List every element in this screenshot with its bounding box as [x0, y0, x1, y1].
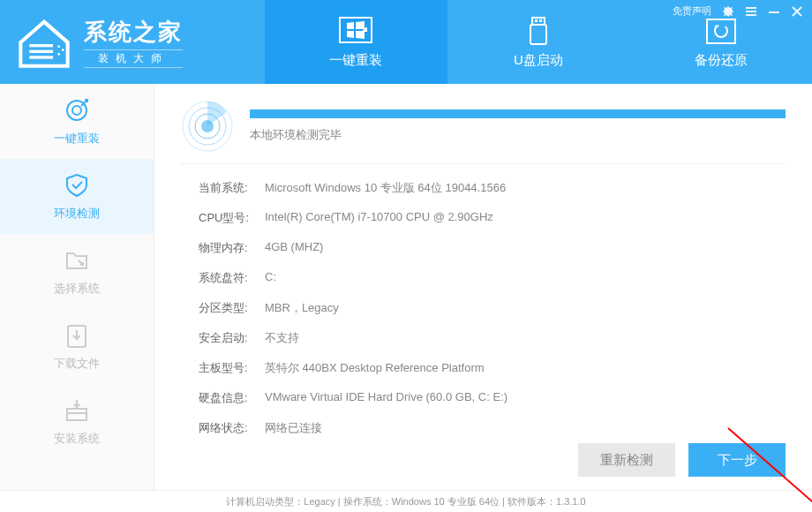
info-row-motherboard: 主板型号: 英特尔 440BX Desktop Reference Platfo…: [199, 360, 786, 376]
info-row-secureboot: 安全启动: 不支持: [199, 330, 786, 346]
svg-point-18: [72, 106, 81, 115]
window-controls: 免责声明: [673, 4, 803, 18]
windows-icon: [338, 16, 373, 47]
progress-bar: [250, 109, 786, 118]
info-value: MBR，Legacy: [265, 300, 339, 316]
sidebar-item-install[interactable]: 安装系统: [0, 384, 154, 459]
info-label: 硬盘信息:: [199, 390, 265, 406]
svg-rect-15: [746, 14, 756, 16]
svg-rect-14: [746, 11, 756, 12]
tab-usb-boot[interactable]: U盘启动: [447, 0, 630, 84]
sidebar-item-label: 下载文件: [54, 356, 100, 372]
info-label: 分区类型:: [199, 300, 265, 316]
sidebar-item-download[interactable]: 下载文件: [0, 309, 154, 384]
tab-reinstall[interactable]: 一键重装: [265, 0, 447, 84]
main-panel: 本地环境检测完毕 当前系统: Microsoft Windows 10 专业版 …: [154, 84, 812, 490]
info-row-memory: 物理内存: 4GB (MHZ): [199, 240, 786, 256]
radar-icon: [181, 100, 234, 153]
house-logo-icon: [13, 16, 75, 69]
disclaimer-link[interactable]: 免责声明: [673, 4, 711, 18]
info-value: 英特尔 440BX Desktop Reference Platform: [265, 360, 485, 376]
info-label: 安全启动:: [199, 330, 265, 346]
svg-rect-10: [530, 25, 546, 44]
svg-rect-7: [532, 18, 545, 25]
sidebar-item-label: 选择系统: [54, 281, 100, 297]
info-value: Intel(R) Core(TM) i7-10700 CPU @ 2.90GHz: [265, 210, 493, 226]
footer-status: 计算机启动类型：Legacy | 操作系统：Windows 10 专业版 64位…: [0, 490, 812, 512]
sidebar-item-label: 一键重装: [54, 131, 100, 147]
target-icon: [64, 97, 90, 124]
info-label: 主板型号:: [199, 360, 265, 376]
info-value: Microsoft Windows 10 专业版 64位 19044.1566: [265, 180, 506, 196]
system-info-list: 当前系统: Microsoft Windows 10 专业版 64位 19044…: [181, 180, 786, 436]
install-icon: [64, 397, 90, 424]
svg-rect-8: [535, 19, 538, 22]
settings-icon[interactable]: [722, 5, 734, 18]
body: 一键重装 环境检测 选择系统 下载文件 安装系统: [0, 84, 812, 490]
info-value: C:: [265, 270, 276, 286]
tab-label: U盘启动: [514, 52, 563, 69]
svg-rect-16: [769, 11, 779, 13]
info-row-cpu: CPU型号: Intel(R) Core(TM) i7-10700 CPU @ …: [199, 210, 786, 226]
info-label: 网络状态:: [199, 420, 265, 436]
restore-icon: [703, 16, 739, 47]
svg-rect-1: [29, 49, 53, 52]
info-label: CPU型号:: [199, 210, 265, 226]
logo-area: 系统之家 装机大师: [0, 0, 265, 84]
menu-icon[interactable]: [745, 5, 757, 18]
svg-point-12: [715, 25, 727, 37]
next-button[interactable]: 下一步: [688, 443, 786, 477]
minimize-icon[interactable]: [768, 5, 780, 18]
svg-rect-11: [707, 19, 735, 43]
info-value: 网络已连接: [265, 420, 322, 436]
info-row-hdd: 硬盘信息: VMware Virtual IDE Hard Drive (60.…: [199, 390, 786, 406]
svg-rect-13: [746, 7, 756, 9]
svg-point-4: [62, 49, 64, 51]
brand-subtitle: 装机大师: [84, 49, 183, 68]
tab-label: 备份还原: [695, 52, 748, 69]
tab-select-icon: [64, 247, 90, 274]
header-bar: 系统之家 装机大师 一键重装 U盘启动: [0, 0, 812, 84]
info-row-os: 当前系统: Microsoft Windows 10 专业版 64位 19044…: [199, 180, 786, 196]
info-row-network: 网络状态: 网络已连接: [199, 420, 786, 436]
svg-rect-0: [29, 44, 53, 47]
svg-rect-20: [67, 409, 86, 420]
sidebar-item-reinstall[interactable]: 一键重装: [0, 84, 154, 159]
info-label: 物理内存:: [199, 240, 265, 256]
tab-label: 一键重装: [329, 52, 382, 69]
usb-icon: [521, 16, 556, 47]
svg-point-5: [57, 53, 60, 56]
recheck-button[interactable]: 重新检测: [578, 443, 675, 477]
close-icon[interactable]: [791, 5, 803, 18]
svg-rect-9: [539, 19, 542, 22]
sidebar-item-label: 安装系统: [54, 431, 100, 447]
sidebar-item-detection[interactable]: 环境检测: [0, 159, 154, 234]
sidebar-item-select-system[interactable]: 选择系统: [0, 234, 154, 309]
info-value: VMware Virtual IDE Hard Drive (60.0 GB, …: [265, 390, 508, 406]
action-buttons: 重新检测 下一步: [578, 443, 786, 477]
svg-rect-2: [29, 56, 53, 58]
detection-header: 本地环境检测完毕: [181, 100, 786, 164]
info-value: 不支持: [265, 330, 299, 346]
brand-title: 系统之家: [84, 17, 183, 48]
info-label: 系统盘符:: [199, 270, 265, 286]
info-row-partition: 分区类型: MBR，Legacy: [199, 300, 786, 316]
info-value: 4GB (MHZ): [265, 240, 323, 256]
sidebar: 一键重装 环境检测 选择系统 下载文件 安装系统: [0, 84, 154, 490]
sidebar-item-label: 环境检测: [54, 206, 100, 222]
detection-status: 本地环境检测完毕: [250, 127, 786, 143]
info-label: 当前系统:: [199, 180, 265, 196]
svg-point-3: [57, 45, 60, 48]
shield-check-icon: [64, 172, 90, 199]
info-row-disk: 系统盘符: C:: [199, 270, 786, 286]
download-icon: [64, 322, 90, 349]
